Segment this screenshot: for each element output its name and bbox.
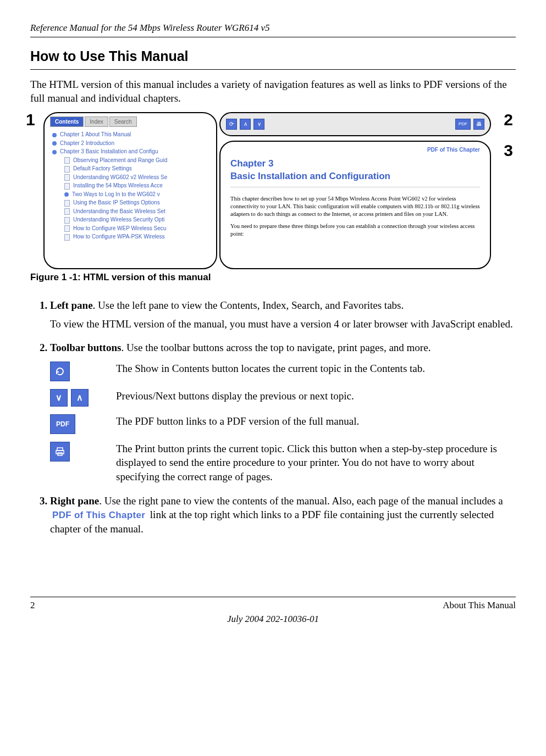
refresh-icon — [54, 366, 65, 377]
tree-item[interactable]: Chapter 2 Introduction — [52, 139, 213, 148]
show-in-contents-icon[interactable]: ⟳ — [226, 119, 237, 130]
section-title: How to Use This Manual — [30, 47, 516, 66]
callout-1: 1 — [26, 109, 35, 131]
tree-item[interactable]: Understanding WG602 v2 Wireless Se — [52, 173, 213, 182]
list-item-1: Left pane. Use the left pane to view the… — [50, 298, 516, 331]
figure-toolbar: ⟳ ∧ ∨ PDF 🖶 — [219, 112, 491, 136]
desc-print: The Print button prints the current topi… — [116, 442, 516, 484]
tree-item[interactable]: Understanding Wireless Security Opti — [52, 215, 213, 224]
running-header: Reference Manual for the 54 Mbps Wireles… — [30, 22, 516, 35]
intro-paragraph: The HTML version of this manual includes… — [30, 77, 516, 105]
item1-text: . Use the left pane to view the Contents… — [93, 299, 404, 311]
chapter-body-1: This chapter describes how to set up you… — [230, 195, 480, 219]
contents-tree: Chapter 1 About This Manual Chapter 2 In… — [48, 130, 213, 241]
tree-item[interactable]: How to Configure WPA-PSK Wireless — [52, 232, 213, 241]
svg-rect-1 — [56, 451, 64, 454]
instruction-list: Left pane. Use the left pane to view the… — [30, 298, 516, 536]
callout-3: 3 — [504, 140, 513, 162]
header-rule — [30, 37, 516, 37]
nav-tabs: Contents Index Search — [48, 116, 213, 127]
pdf-button[interactable]: PDF — [50, 414, 75, 434]
item1-lead: Left pane — [50, 299, 93, 311]
pdf-of-chapter-link[interactable]: PDF of This Chapter — [230, 146, 480, 154]
desc-prevnext: Previous/Next buttons display the previo… — [116, 389, 516, 407]
list-item-3: Right pane. Use the right pane to view t… — [50, 494, 516, 536]
item1-paragraph: To view the HTML version of the manual, … — [50, 317, 516, 331]
page-number: 2 — [30, 599, 35, 612]
item3-lead: Right pane — [50, 495, 99, 507]
chapter-number: Chapter 3 — [230, 158, 273, 169]
next-topic-icon[interactable]: ∧ — [240, 119, 251, 130]
icon-cell-print — [50, 442, 116, 484]
figure-left-pane: Contents Index Search Chapter 1 About Th… — [43, 112, 217, 269]
prev-topic-icon[interactable]: ∨ — [253, 119, 264, 130]
tree-item[interactable]: Default Factory Settings — [52, 164, 213, 173]
item2-lead: Toolbar buttons — [50, 342, 121, 353]
tab-contents[interactable]: Contents — [50, 116, 84, 127]
icon-cell-show — [50, 362, 116, 381]
desc-show: The Show in Contents button locates the … — [116, 362, 516, 381]
footer-center: July 2004 202-10036-01 — [30, 613, 516, 626]
tree-item[interactable]: Chapter 3 Basic Installation and Configu — [52, 147, 213, 156]
next-topic-button[interactable]: ∧ — [71, 389, 89, 407]
item3-text-a: . Use the right pane to view the content… — [99, 495, 503, 507]
callout-2: 2 — [504, 109, 513, 131]
tree-item[interactable]: Understanding the Basic Wireless Set — [52, 207, 213, 216]
figure-right-pane: PDF of This Chapter Chapter 3 Basic Inst… — [219, 141, 491, 269]
footer-rule — [30, 597, 516, 597]
tab-index[interactable]: Index — [85, 116, 108, 127]
tree-item[interactable]: Two Ways to Log In to the WG602 v — [52, 190, 213, 199]
show-in-contents-button[interactable] — [50, 362, 70, 381]
tab-search[interactable]: Search — [109, 116, 137, 127]
chapter-title: Basic Installation and Configuration — [230, 171, 390, 181]
pdf-of-chapter-inline-link[interactable]: PDF of This Chapter — [50, 510, 147, 520]
chapter-heading: Chapter 3 Basic Installation and Configu… — [230, 158, 480, 187]
print-icon[interactable]: 🖶 — [473, 119, 484, 130]
toolbar-icon-table: The Show in Contents button locates the … — [50, 362, 516, 484]
tree-item[interactable]: How to Configure WEP Wireless Secu — [52, 224, 213, 233]
print-button[interactable] — [50, 442, 70, 462]
figure-caption: Figure 1 -1: HTML version of this manual — [30, 271, 516, 284]
desc-pdf: The PDF button links to a PDF version of… — [116, 414, 516, 434]
icon-cell-pdf: PDF — [50, 414, 116, 434]
item2-text: . Use the toolbar buttons across the top… — [121, 342, 431, 353]
prev-topic-button[interactable]: ∨ — [50, 389, 68, 407]
list-item-2: Toolbar buttons. Use the toolbar buttons… — [50, 341, 516, 484]
pdf-icon[interactable]: PDF — [455, 119, 471, 130]
figure-1-1: 1 2 3 Contents Index Search Chapter 1 Ab… — [30, 111, 509, 270]
chapter-body-2: You need to prepare these three things b… — [230, 223, 480, 238]
section-rule — [30, 69, 516, 70]
tree-item[interactable]: Installing the 54 Mbps Wireless Acce — [52, 181, 213, 190]
icon-cell-prevnext: ∨ ∧ — [50, 389, 116, 407]
tree-item[interactable]: Using the Basic IP Settings Options — [52, 198, 213, 207]
tree-item[interactable]: Observing Placement and Range Guid — [52, 156, 213, 165]
footer-right: About This Manual — [443, 599, 516, 612]
page-footer: 2 About This Manual July 2004 202-10036-… — [30, 597, 516, 626]
tree-item[interactable]: Chapter 1 About This Manual — [52, 130, 213, 139]
printer-icon — [54, 446, 65, 457]
